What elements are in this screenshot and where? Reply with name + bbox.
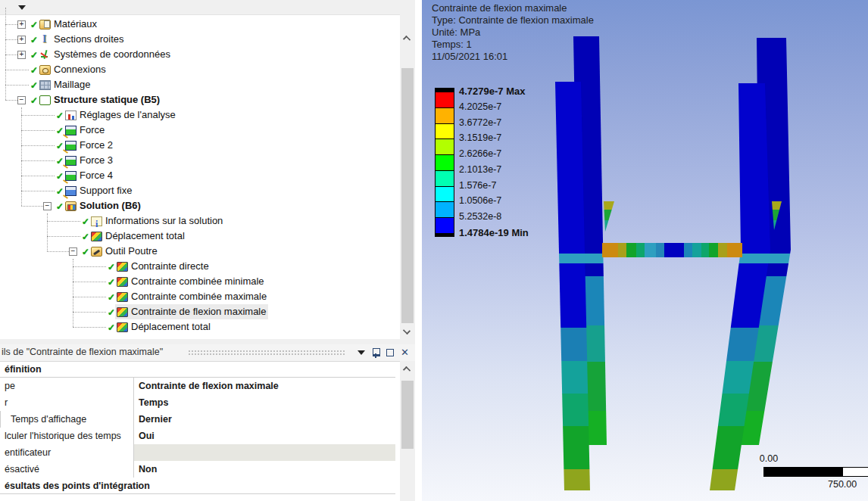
tree-item-force-2[interactable]: Force 2✓ [0, 138, 400, 153]
tree-item-structure-statique-b5-[interactable]: −Structure statique (B5)✓ [0, 92, 400, 107]
tree-stub-line [21, 176, 55, 176]
axes-icon [39, 50, 51, 60]
details-property-label: Temps d'affichage [0, 411, 134, 428]
titlebar-drag-texture[interactable] [188, 350, 345, 356]
contour-scale-value: 4.2025e-7 [459, 101, 501, 113]
result-icon [117, 322, 128, 332]
details-panel: ils de "Contrainte de flexion maximale" … [0, 344, 415, 501]
details-category-row: éfinition [0, 361, 395, 378]
tree-item-label: Déplacement total [105, 229, 185, 244]
tree-item-contrainte-directe[interactable]: Contrainte directe✓ [0, 259, 400, 274]
contour-color-scale [435, 88, 454, 237]
tree-item-label: Informations sur la solution [105, 213, 223, 229]
tree-stub-line [5, 39, 17, 40]
tree-item-informations-sur-la-solution[interactable]: Informations sur la solution✓ [0, 213, 400, 229]
details-property-label: ésactivé [0, 461, 134, 478]
tree-item-force[interactable]: Force✓ [0, 123, 400, 138]
details-property-value[interactable]: Dernier [134, 411, 395, 428]
tree-item-support-fixe[interactable]: Support fixe✓ [0, 183, 400, 198]
scale-cap [436, 233, 454, 236]
details-property-value[interactable]: Oui [134, 428, 395, 444]
check-state-icon: ✓ [108, 308, 115, 317]
tree-scroll-up-icon[interactable] [403, 36, 411, 43]
tree-item-solution-b6-[interactable]: −Solution (B6)✓ [0, 198, 400, 213]
contour-band [436, 123, 454, 139]
contour-scale-value: 3.1519e-7 [459, 132, 501, 144]
details-property-value[interactable]: Contrainte de flexion maximale [134, 378, 395, 394]
collapse-icon[interactable]: − [69, 247, 77, 256]
beam-model-contour-plot[interactable] [422, 0, 868, 501]
contour-band [436, 186, 454, 202]
details-menu-caret-icon[interactable] [358, 350, 365, 355]
expand-icon[interactable]: + [17, 36, 26, 44]
result-icon [117, 262, 128, 272]
scale-ruler-start-label: 0.00 [756, 453, 782, 464]
tree-scrollbar-thumb[interactable] [401, 68, 414, 323]
panel-splitter[interactable] [0, 339, 415, 344]
tree-item-mat-riaux[interactable]: +Matériaux✓ [0, 17, 400, 32]
tree-item-contrainte-de-flexion-maximale[interactable]: Contrainte de flexion maximale✓ [0, 304, 400, 319]
geometry-viewport[interactable]: Contrainte de flexion maximale Type: Con… [422, 0, 868, 501]
details-property-value[interactable]: Non [134, 461, 395, 478]
tree-item-label: Structure statique (B5) [54, 92, 160, 107]
details-category-row: ésultats des points d'intégration [0, 478, 395, 494]
expand-icon[interactable]: + [17, 20, 26, 29]
check-state-icon: ✓ [30, 96, 38, 105]
force-icon [65, 156, 76, 166]
contour-scale-value: 1.576e-7 [459, 180, 496, 191]
tree-item-force-3[interactable]: Force 3✓ [0, 153, 400, 168]
front-post-0 [492, 76, 856, 491]
details-property-value[interactable]: Temps [134, 394, 395, 411]
tree-item-contrainte-combin-e-minimale[interactable]: Contrainte combinée minimale✓ [0, 274, 400, 289]
check-state-icon: ✓ [56, 172, 64, 181]
contour-scale-value: 4.7279e-7 Max [459, 86, 525, 97]
collapse-icon[interactable]: − [43, 202, 52, 210]
tree-item-d-placement-total[interactable]: Déplacement total✓ [0, 229, 400, 244]
tree-stub-line [73, 327, 106, 328]
force-icon [65, 171, 76, 181]
tree-item-outil-poutre[interactable]: −Outil Poutre✓ [0, 244, 400, 259]
result-icon [117, 307, 128, 317]
gusset-0 [492, 201, 856, 232]
tree-item-label: Maillage [54, 77, 90, 92]
tree-item-syst-mes-de-coordonn-es[interactable]: +Systèmes de coordonnées✓ [0, 47, 400, 62]
pin-icon[interactable] [372, 347, 379, 358]
connections-icon [39, 65, 51, 75]
details-property-label: r [0, 394, 134, 411]
settings-icon [65, 110, 76, 120]
tree-item-d-placement-total[interactable]: Déplacement total✓ [0, 319, 400, 335]
tree-item-r-glages-de-l-analyse[interactable]: Réglages de l'analyse✓ [0, 107, 400, 123]
tree-item-maillage[interactable]: Maillage✓ [0, 77, 400, 92]
check-state-icon: ✓ [56, 187, 64, 196]
tree-item-connexions[interactable]: Connexions✓ [0, 62, 400, 77]
tree-item-sections-droites[interactable]: +Sections droites✓ [0, 32, 400, 47]
details-property-label: entificateur [0, 444, 134, 461]
details-property-value[interactable] [134, 444, 395, 461]
details-scrollbar-thumb[interactable] [401, 381, 414, 449]
beamtool-icon [91, 247, 102, 257]
back-post-1 [492, 30, 856, 446]
close-icon[interactable]: ✕ [401, 347, 409, 358]
details-property-label: pe [0, 378, 134, 394]
tree-stub-line [5, 85, 29, 86]
details-property-row: peContrainte de flexion maximale [0, 378, 395, 394]
tree-scroll-down-icon[interactable] [403, 327, 411, 335]
tree-scrollbar[interactable] [400, 14, 415, 339]
scale-ruler-end-label: 750.00 [828, 479, 857, 490]
expand-icon[interactable]: + [17, 51, 26, 59]
tree-item-label: Contrainte directe [131, 259, 209, 274]
result-unit: Unité: MPa [432, 26, 594, 39]
details-panel-title: ils de "Contrainte de flexion maximale" [2, 347, 163, 357]
check-state-icon: ✓ [30, 51, 38, 60]
tree-item-force-4[interactable]: Force 4✓ [0, 168, 400, 183]
collapse-icon[interactable]: − [17, 96, 26, 104]
tree-stub-line [73, 282, 106, 282]
maximize-icon[interactable] [386, 349, 394, 356]
support-icon [65, 186, 76, 196]
details-scrollbar[interactable] [400, 361, 415, 501]
tree-item-contrainte-combin-e-maximale[interactable]: Contrainte combinée maximale✓ [0, 289, 400, 304]
gusset-1 [492, 201, 856, 230]
details-scroll-up-icon[interactable] [403, 366, 411, 374]
tree-stub-line [5, 100, 17, 101]
check-state-icon: ✓ [82, 217, 89, 226]
